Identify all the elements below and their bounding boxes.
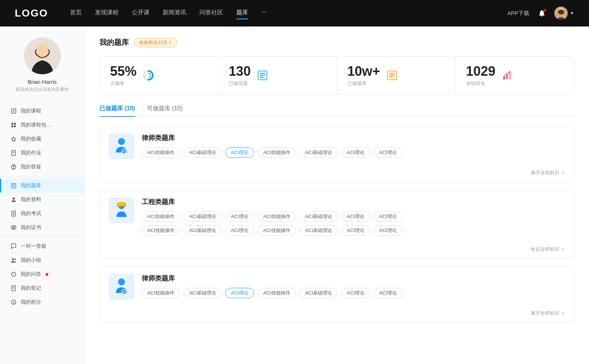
nav-link[interactable]: 发现课程 [95,9,119,18]
qbank-header: 律师类题库ACI技能操作ACI基础理论ACI理论ACI技能操作ACI基础理论AC… [100,126,574,167]
tag[interactable]: ACI理论 [374,211,402,222]
notification-bell[interactable] [537,8,547,18]
group-icon [10,257,17,264]
tag[interactable]: ACI技能操作 [142,211,180,222]
expand-button[interactable]: 展开全部科目 ∨ [531,310,565,317]
sidebar-item-star[interactable]: 我的收藏 [0,132,84,146]
tag[interactable]: ACI基础理论 [300,288,338,298]
qbank-icon-lawyer [109,274,134,300]
sidebar-item-points[interactable]: ★我的积分 [0,295,84,309]
tag[interactable]: ACI理论 [374,225,402,236]
tag[interactable]: ACI理论 [341,147,370,158]
tag[interactable]: ACI技能操作 [142,147,180,158]
tabs-row: 已做题库 (10)可做题库 (10) [99,105,574,117]
sidebar-item-label: 我的作业 [21,150,41,156]
qbank-title: 律师类题库 [142,133,565,142]
qbank-icon-lawyer [109,133,134,159]
page-title-row: 我的题库 体验剩余23天！ [99,38,574,47]
tag[interactable]: ACI理论 [374,147,402,158]
qbank-icon-engineer [109,197,134,223]
donut-icon [142,69,155,82]
nav-link[interactable]: 问答社区 [200,9,223,18]
sidebar-profile: Brian Harris 错误的决定比没有决定要好 [0,38,84,100]
svg-rect-63 [117,205,127,206]
note-icon [10,285,17,292]
question-icon [10,164,17,170]
sidebar-item-label: 我的积分 [21,299,41,306]
tag[interactable]: ACI理论 [374,288,402,298]
tag[interactable]: ACI理论 [225,288,254,298]
qbank-header: 律师类题库ACI技能操作ACI基础理论ACI理论ACI技能操作ACI基础理论AC… [100,267,574,307]
chart-red-icon [501,69,514,82]
svg-point-17 [13,168,14,169]
sidebar-item-qa[interactable]: ?我的问答 [0,267,84,281]
stat-card: 55%正确率 [100,57,218,94]
tag[interactable]: ACI基础理论 [300,211,338,222]
sidebar-item-chat[interactable]: 一对一答疑 [0,239,84,253]
sidebar-item-course[interactable]: 我的课程 [0,104,84,118]
sidebar-item-group[interactable]: 我的小组 [0,253,84,267]
sidebar-item-homework[interactable]: 我的作业 [0,146,84,160]
sidebar-item-package[interactable]: 我的课程包... [0,118,84,132]
tag[interactable]: ACI技能操作 [258,211,296,222]
points-icon: ★ [10,299,17,306]
sidebar-item-exam[interactable]: 我的考试 [0,207,84,221]
tab-active[interactable]: 已做题库 (10) [99,105,135,116]
tag[interactable]: ACI基础理论 [184,211,222,222]
tag[interactable]: ACI基础理论 [300,147,338,158]
sidebar-item-note[interactable]: 我的笔记 [0,281,84,295]
tag[interactable]: ACI技能操作 [142,225,180,236]
qbank-card-0: 律师类题库ACI技能操作ACI基础理论ACI理论ACI技能操作ACI基础理论AC… [99,126,574,182]
svg-point-42 [146,73,151,78]
tag[interactable]: ACI基础理论 [300,225,338,236]
tag[interactable]: ACI技能操作 [258,225,296,236]
nav-link[interactable]: 首页 [70,9,82,18]
stat-card: 130已做试题 [218,57,337,94]
tag[interactable]: ACI理论 [341,225,370,236]
svg-point-57 [119,138,125,144]
tag[interactable]: ACI理论 [225,225,254,236]
qbank-footer: 展开全部科目 ∨ [100,307,574,322]
tag[interactable]: ACI理论 [341,288,370,298]
nav-link[interactable]: 公开课 [132,9,149,18]
tag[interactable]: ACI基础理论 [184,225,222,236]
qbank-info: 工程类题库ACI技能操作ACI基础理论ACI理论ACI技能操作ACI基础理论AC… [142,197,565,236]
svg-rect-52 [506,74,508,79]
sidebar-item-label: 我的答疑 [21,164,41,170]
tag[interactable]: ACI理论 [225,147,254,158]
qbank-title: 工程类题库 [142,197,565,206]
qa-icon: ? [10,271,17,278]
tag[interactable]: ACI技能操作 [258,288,296,298]
tag[interactable]: ACI基础理论 [184,147,222,158]
tag[interactable]: ACI理论 [225,211,254,222]
avatar-image [554,7,568,20]
tab-inactive[interactable]: 可做题库 (10) [147,105,183,116]
tag[interactable]: ACI基础理论 [184,288,222,298]
nav-link[interactable]: 新闻资讯 [163,9,186,18]
svg-rect-8 [11,123,13,125]
sidebar-item-profile[interactable]: 我的资料 [0,193,84,207]
tag[interactable]: ACI技能操作 [142,288,180,298]
sidebar: Brian Harris 错误的决定比没有决定要好 我的课程我的课程包...我的… [0,26,85,364]
svg-point-59 [121,149,126,153]
expand-button[interactable]: 收起全部科目 ∧ [531,246,565,253]
user-avatar[interactable]: ▼ [554,7,574,20]
nav-link[interactable]: 题库 [236,9,248,18]
sidebar-item-label: 我的证书 [21,224,41,231]
sidebar-item-qbank[interactable]: 我的题库 [0,179,84,193]
logo[interactable]: LOGO [15,7,48,19]
svg-point-66 [119,279,125,285]
qbank-tags: ACI技能操作ACI基础理论ACI理论ACI技能操作ACI基础理论ACI理论AC… [142,147,565,158]
nav-link[interactable]: ··· [261,9,266,18]
expand-button[interactable]: 展开全部科目 ∨ [531,169,565,176]
sidebar-item-label: 我的资料 [21,196,41,203]
page-title: 我的题库 [99,38,129,47]
stat-label: 已做试题 [229,80,251,87]
tag[interactable]: ACI理论 [341,211,370,222]
trial-badge: 体验剩余23天！ [134,38,177,47]
sidebar-item-question[interactable]: 我的答疑 [0,160,84,174]
homework-icon [10,150,17,156]
tag[interactable]: ACI技能操作 [258,147,296,158]
app-download[interactable]: APP下载 [507,10,529,17]
sidebar-item-cert[interactable]: 我的证书 [0,221,84,235]
